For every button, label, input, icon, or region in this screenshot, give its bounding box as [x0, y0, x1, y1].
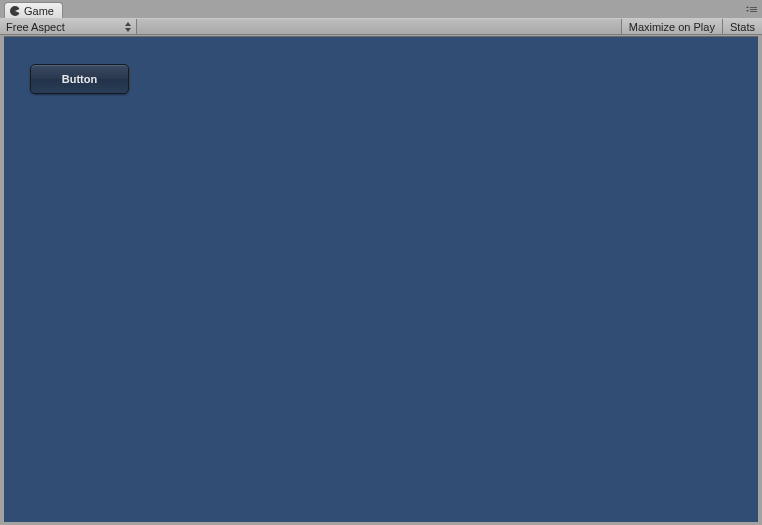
dropdown-chevron-icon: [124, 21, 132, 33]
svg-marker-0: [746, 6, 749, 8]
ui-button[interactable]: Button: [30, 64, 129, 94]
pacman-icon: [9, 5, 21, 17]
svg-marker-5: [125, 22, 131, 26]
svg-rect-4: [750, 11, 757, 12]
tab-game[interactable]: Game: [4, 2, 63, 18]
maximize-on-play-toggle[interactable]: Maximize on Play: [621, 19, 722, 34]
tab-bar: Game: [0, 0, 762, 18]
aspect-ratio-dropdown[interactable]: Free Aspect: [0, 19, 137, 34]
svg-rect-2: [750, 7, 757, 8]
tab-label: Game: [24, 5, 54, 17]
maximize-label: Maximize on Play: [629, 21, 715, 33]
ui-button-label: Button: [62, 73, 97, 85]
game-toolbar: Free Aspect Maximize on Play Stats: [0, 18, 762, 35]
stats-toggle[interactable]: Stats: [722, 19, 762, 34]
svg-marker-1: [746, 10, 749, 12]
toolbar-spacer: [137, 19, 621, 34]
game-viewport: Button: [4, 36, 758, 522]
stats-label: Stats: [730, 21, 755, 33]
svg-marker-6: [125, 28, 131, 32]
svg-rect-3: [750, 9, 757, 10]
window-menu-icon[interactable]: [744, 4, 758, 14]
aspect-ratio-label: Free Aspect: [6, 21, 65, 33]
